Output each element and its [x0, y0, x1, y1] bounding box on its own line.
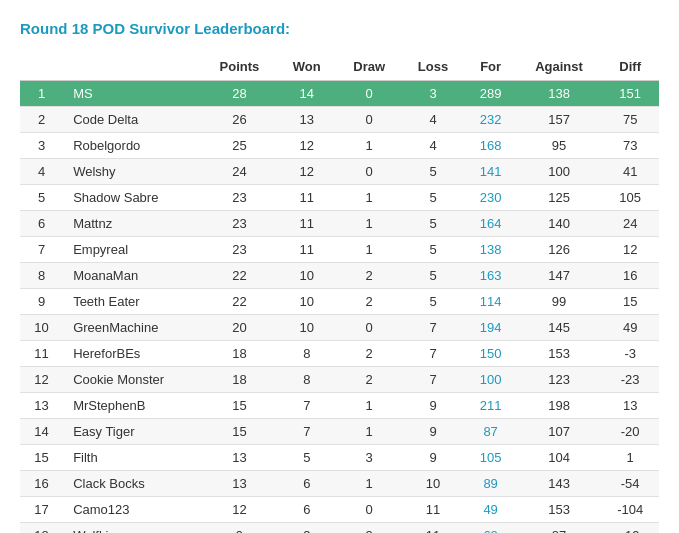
cell-won: 12 [277, 159, 337, 185]
cell-loss: 5 [402, 237, 465, 263]
cell-diff: 13 [601, 393, 659, 419]
cell-against: 107 [517, 419, 602, 445]
cell-loss: 10 [402, 471, 465, 497]
cell-diff: -3 [601, 341, 659, 367]
cell-for: 168 [465, 133, 517, 159]
cell-diff: -20 [601, 419, 659, 445]
cell-against: 99 [517, 289, 602, 315]
cell-rank: 1 [20, 81, 63, 107]
cell-for: 49 [465, 497, 517, 523]
cell-points: 13 [202, 471, 277, 497]
cell-draw: 1 [337, 393, 402, 419]
cell-name: MrStephenB [63, 393, 202, 419]
cell-name: Robelgordo [63, 133, 202, 159]
table-row: 7 Empyreal 23 11 1 5 138 126 12 [20, 237, 659, 263]
cell-won: 8 [277, 341, 337, 367]
cell-rank: 4 [20, 159, 63, 185]
cell-draw: 1 [337, 133, 402, 159]
cell-rank: 9 [20, 289, 63, 315]
cell-name: Mattnz [63, 211, 202, 237]
cell-diff: 73 [601, 133, 659, 159]
cell-loss: 4 [402, 107, 465, 133]
cell-against: 140 [517, 211, 602, 237]
cell-draw: 2 [337, 341, 402, 367]
cell-draw: 1 [337, 471, 402, 497]
cell-won: 10 [277, 315, 337, 341]
table-row: 17 Camo123 12 6 0 11 49 153 -104 [20, 497, 659, 523]
cell-won: 8 [277, 367, 337, 393]
table-row: 14 Easy Tiger 15 7 1 9 87 107 -20 [20, 419, 659, 445]
cell-draw: 2 [337, 367, 402, 393]
col-rank [20, 53, 63, 81]
cell-against: 153 [517, 497, 602, 523]
cell-name: Cookie Monster [63, 367, 202, 393]
cell-loss: 7 [402, 341, 465, 367]
cell-name: HereforBEs [63, 341, 202, 367]
cell-points: 24 [202, 159, 277, 185]
cell-won: 13 [277, 107, 337, 133]
cell-points: 15 [202, 419, 277, 445]
cell-name: GreenMachine [63, 315, 202, 341]
cell-won: 7 [277, 393, 337, 419]
cell-loss: 7 [402, 315, 465, 341]
cell-draw: 3 [337, 523, 402, 534]
cell-rank: 12 [20, 367, 63, 393]
cell-name: Clack Bocks [63, 471, 202, 497]
table-row: 3 Robelgordo 25 12 1 4 168 95 73 [20, 133, 659, 159]
cell-rank: 15 [20, 445, 63, 471]
cell-draw: 0 [337, 315, 402, 341]
table-row: 12 Cookie Monster 18 8 2 7 100 123 -23 [20, 367, 659, 393]
cell-against: 138 [517, 81, 602, 107]
cell-points: 23 [202, 237, 277, 263]
table-row: 5 Shadow Sabre 23 11 1 5 230 125 105 [20, 185, 659, 211]
cell-against: 145 [517, 315, 602, 341]
cell-name: Shadow Sabre [63, 185, 202, 211]
cell-draw: 1 [337, 419, 402, 445]
cell-loss: 5 [402, 211, 465, 237]
col-points: Points [202, 53, 277, 81]
table-row: 8 MoanaMan 22 10 2 5 163 147 16 [20, 263, 659, 289]
cell-for: 150 [465, 341, 517, 367]
cell-loss: 11 [402, 523, 465, 534]
cell-rank: 18 [20, 523, 63, 534]
cell-for: 138 [465, 237, 517, 263]
cell-diff: 105 [601, 185, 659, 211]
table-header-row: Points Won Draw Loss For Against Diff [20, 53, 659, 81]
cell-diff: 151 [601, 81, 659, 107]
col-for: For [465, 53, 517, 81]
cell-for: 141 [465, 159, 517, 185]
cell-points: 12 [202, 497, 277, 523]
cell-loss: 5 [402, 185, 465, 211]
cell-for: 100 [465, 367, 517, 393]
cell-diff: 1 [601, 445, 659, 471]
cell-points: 28 [202, 81, 277, 107]
cell-won: 6 [277, 497, 337, 523]
cell-draw: 1 [337, 185, 402, 211]
col-loss: Loss [402, 53, 465, 81]
cell-against: 126 [517, 237, 602, 263]
col-diff: Diff [601, 53, 659, 81]
page-title: Round 18 POD Survivor Leaderboard: [20, 20, 659, 37]
cell-name: Code Delta [63, 107, 202, 133]
cell-diff: 75 [601, 107, 659, 133]
cell-rank: 2 [20, 107, 63, 133]
cell-diff: 16 [601, 263, 659, 289]
cell-name: Wolfking [63, 523, 202, 534]
table-row: 6 Mattnz 23 11 1 5 164 140 24 [20, 211, 659, 237]
cell-draw: 0 [337, 497, 402, 523]
table-row: 11 HereforBEs 18 8 2 7 150 153 -3 [20, 341, 659, 367]
cell-against: 125 [517, 185, 602, 211]
table-row: 15 Filth 13 5 3 9 105 104 1 [20, 445, 659, 471]
table-row: 1 MS 28 14 0 3 289 138 151 [20, 81, 659, 107]
cell-for: 87 [465, 419, 517, 445]
cell-for: 164 [465, 211, 517, 237]
cell-against: 104 [517, 445, 602, 471]
cell-against: 123 [517, 367, 602, 393]
cell-against: 143 [517, 471, 602, 497]
cell-for: 105 [465, 445, 517, 471]
cell-for: 89 [465, 471, 517, 497]
cell-against: 87 [517, 523, 602, 534]
table-row: 2 Code Delta 26 13 0 4 232 157 75 [20, 107, 659, 133]
cell-loss: 4 [402, 133, 465, 159]
cell-rank: 13 [20, 393, 63, 419]
